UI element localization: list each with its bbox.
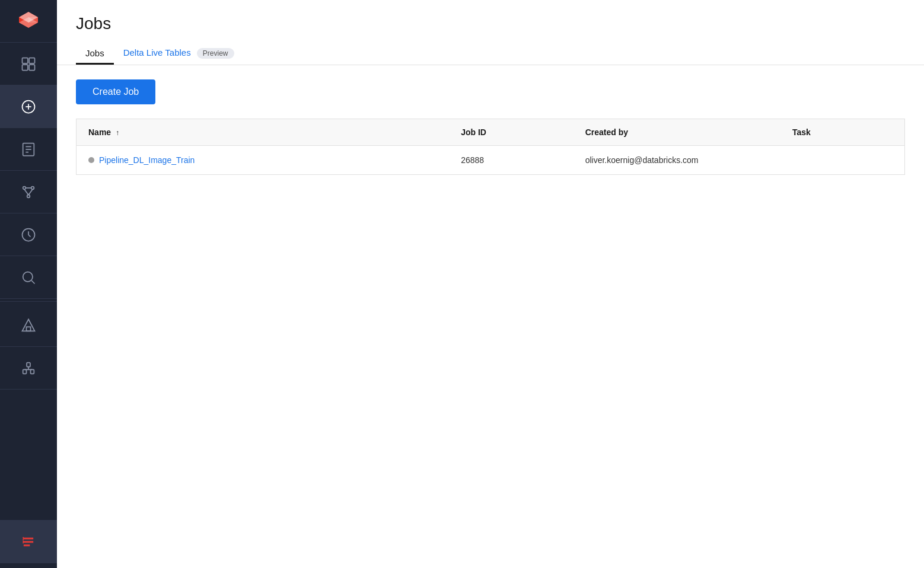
- create-job-button[interactable]: Create Job: [76, 79, 155, 104]
- job-link[interactable]: Pipeline_DL_Image_Train: [99, 155, 195, 165]
- sidebar-item-recents[interactable]: [0, 128, 57, 171]
- cell-task: [780, 146, 905, 175]
- svg-rect-4: [23, 58, 28, 63]
- svg-marker-24: [23, 319, 35, 331]
- databricks-logo-icon: [17, 9, 40, 33]
- svg-line-23: [31, 280, 34, 283]
- page-title: Jobs: [76, 14, 905, 33]
- cell-createdby: oliver.koernig@databricks.com: [573, 146, 780, 175]
- col-header-task[interactable]: Task: [780, 119, 905, 146]
- cell-jobid: 26888: [449, 146, 573, 175]
- svg-rect-5: [29, 58, 34, 63]
- tabs-container: Jobs Delta Live Tables Preview: [76, 43, 905, 65]
- app-logo: [0, 0, 57, 43]
- col-header-jobid[interactable]: Job ID: [449, 119, 573, 146]
- svg-point-16: [31, 186, 34, 189]
- search-icon: [20, 269, 37, 286]
- svg-rect-28: [27, 362, 30, 366]
- cell-name: Pipeline_DL_Image_Train: [77, 146, 450, 175]
- preview-badge: Preview: [197, 48, 234, 59]
- table-row: Pipeline_DL_Image_Train 26888 oliver.koe…: [77, 146, 905, 175]
- sidebar-item-repos[interactable]: [0, 171, 57, 213]
- jobs-table: Name ↑ Job ID Created by Task: [76, 119, 905, 175]
- sidebar-item-experiments[interactable]: [0, 304, 57, 347]
- svg-point-15: [23, 186, 26, 189]
- main-content: Jobs Jobs Delta Live Tables Preview Crea…: [57, 0, 924, 568]
- page-header: Jobs Jobs Delta Live Tables Preview: [57, 0, 924, 65]
- tab-jobs[interactable]: Jobs: [76, 43, 114, 65]
- svg-marker-3: [28, 17, 38, 23]
- repos-icon: [20, 184, 37, 200]
- recents-icon: [20, 141, 37, 158]
- svg-rect-26: [23, 369, 27, 374]
- svg-point-22: [23, 272, 33, 281]
- sort-arrow-name: ↑: [116, 129, 119, 137]
- svg-rect-6: [23, 65, 28, 70]
- sidebar-item-workspace[interactable]: [0, 43, 57, 85]
- sidebar-item-history[interactable]: [0, 213, 57, 256]
- svg-rect-7: [29, 65, 34, 70]
- svg-rect-25: [27, 327, 31, 331]
- col-header-createdby[interactable]: Created by: [573, 119, 780, 146]
- col-header-name[interactable]: Name ↑: [77, 119, 450, 146]
- sidebar-item-models[interactable]: [0, 347, 57, 390]
- svg-point-17: [27, 194, 30, 197]
- svg-line-19: [24, 189, 28, 194]
- svg-rect-27: [31, 369, 34, 374]
- workspace-icon: [20, 56, 37, 72]
- table-header-row: Name ↑ Job ID Created by Task: [77, 119, 905, 146]
- history-icon: [20, 226, 37, 243]
- content-area: Create Job Name ↑ Job ID Created by Task: [57, 65, 924, 568]
- tasks-icon: [20, 534, 37, 550]
- models-icon: [20, 360, 37, 376]
- sidebar-item-tasks[interactable]: [0, 521, 57, 563]
- experiments-icon: [20, 317, 37, 334]
- tab-delta-live-tables[interactable]: Delta Live Tables Preview: [114, 43, 244, 65]
- sidebar-item-search[interactable]: [0, 256, 57, 299]
- create-icon: [20, 98, 37, 115]
- sidebar: [0, 0, 57, 568]
- svg-line-20: [28, 189, 33, 194]
- sidebar-item-create[interactable]: [0, 85, 57, 128]
- status-dot: [88, 157, 94, 163]
